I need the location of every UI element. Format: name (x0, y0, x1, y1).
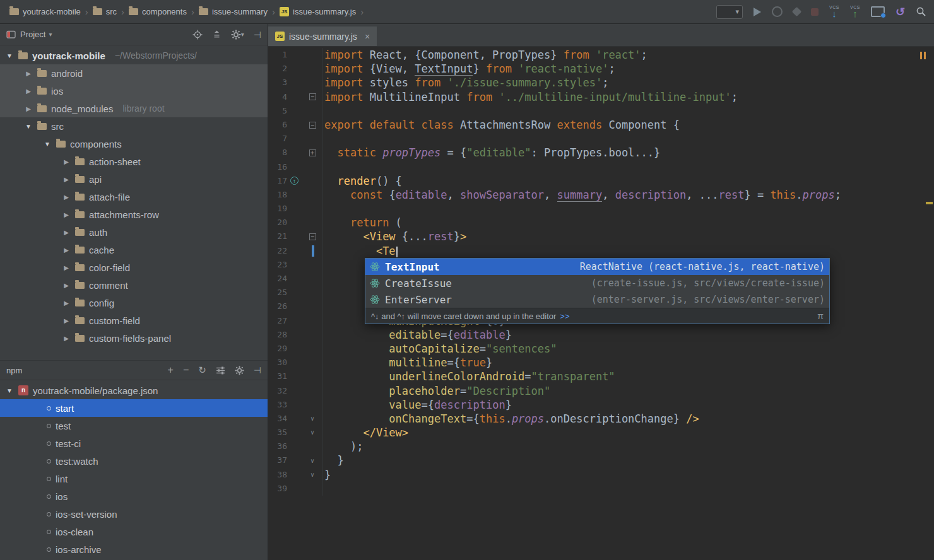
code-text[interactable] (323, 300, 324, 313)
code-text[interactable] (323, 272, 324, 286)
code-text[interactable]: editable={editable} (323, 328, 512, 342)
monitor-icon[interactable] (871, 6, 885, 17)
npm-script-start[interactable]: start (0, 399, 268, 417)
gutter[interactable]: 5 (268, 104, 323, 118)
gutter[interactable]: 18 (268, 188, 323, 202)
code-text[interactable] (323, 202, 324, 216)
editor[interactable]: 1import React, {Component, PropTypes} fr… (268, 47, 934, 560)
code-text[interactable]: import MultilineInput from '../multiline… (323, 90, 738, 104)
code-line-21[interactable]: 21− <View {...rest}> (268, 230, 934, 243)
npm-package-row[interactable]: ▼nyoutrack-mobile/package.json (0, 382, 268, 399)
gutter[interactable]: 7 (268, 132, 323, 146)
chevron-right-icon[interactable]: ▶ (62, 229, 71, 236)
hint-more-link[interactable]: >> (560, 312, 569, 321)
code-line-37[interactable]: 37∨ } (268, 453, 934, 467)
gutter[interactable]: 1 (268, 48, 323, 62)
chevron-right-icon[interactable]: ▶ (62, 317, 71, 324)
code-line-32[interactable]: 32 placeholder="Description" (268, 384, 934, 398)
code-line-28[interactable]: 28 editable={editable} (268, 328, 934, 342)
code-line-4[interactable]: 4−import MultilineInput from '../multili… (268, 90, 934, 104)
code-text[interactable] (323, 482, 324, 496)
code-line-7[interactable]: 7 (268, 132, 934, 146)
code-line-29[interactable]: 29 autoCapitalize="sentences" (268, 342, 934, 356)
gutter[interactable]: 8+ (268, 146, 323, 160)
code-line-16[interactable]: 16 (268, 160, 934, 174)
code-line-39[interactable]: 39 (268, 482, 934, 496)
project-item-components[interactable]: ▼components (0, 135, 268, 153)
gutter[interactable]: 21− (268, 230, 323, 243)
chevron-right-icon[interactable]: ▶ (62, 194, 71, 201)
npm-script-test:watch[interactable]: test:watch (0, 452, 268, 470)
settings-gear-button[interactable]: ▾ (231, 30, 244, 40)
project-item-config[interactable]: ▶config (0, 294, 268, 312)
chevron-right-icon[interactable]: ▶ (62, 300, 71, 306)
code-text[interactable]: ); (323, 440, 363, 453)
code-line-35[interactable]: 35∨ </View> (268, 426, 934, 440)
gutter[interactable]: 36 (268, 440, 323, 453)
code-text[interactable] (323, 286, 324, 300)
npm-settings-gear-button[interactable] (235, 366, 244, 375)
run-button[interactable] (754, 8, 761, 16)
npm-hide-panel-button[interactable]: ⊣ (254, 365, 261, 375)
coverage-button[interactable] (792, 7, 802, 17)
hide-panel-button[interactable]: ⊣ (254, 30, 261, 40)
gutter[interactable]: 22 (268, 244, 323, 258)
gutter[interactable]: 33 (268, 398, 323, 412)
gutter[interactable]: 28 (268, 328, 323, 342)
fold-chevron-icon[interactable]: ∨ (310, 472, 314, 478)
project-item-cache[interactable]: ▶cache (0, 241, 268, 259)
code-line-18[interactable]: 18 const {editable, showSeparator, summa… (268, 188, 934, 202)
code-text[interactable]: autoCapitalize="sentences" (323, 342, 557, 356)
add-script-button[interactable]: + (168, 365, 174, 376)
fold-chevron-icon[interactable]: ∨ (310, 416, 314, 422)
chevron-down-icon[interactable]: ▼ (24, 123, 33, 130)
code-text[interactable]: import {View, TextInput} from 'react-nat… (323, 62, 615, 76)
refresh-scripts-button[interactable]: ↻ (198, 365, 206, 376)
gutter[interactable]: 26 (268, 300, 323, 313)
code-text[interactable] (323, 258, 324, 272)
vcs-update-button[interactable]: VCS ↓ (829, 5, 839, 18)
gutter[interactable]: 24 (268, 272, 323, 286)
code-text[interactable] (323, 160, 324, 174)
gutter[interactable]: 29 (268, 342, 323, 356)
chevron-right-icon[interactable]: ▶ (24, 70, 33, 77)
chevron-right-icon[interactable]: ▶ (62, 211, 71, 218)
code-text[interactable] (323, 132, 324, 146)
rollback-button[interactable]: ↺ (896, 6, 905, 18)
project-item-attach-file[interactable]: ▶attach-file (0, 188, 268, 206)
code-text[interactable]: import React, {Component, PropTypes} fro… (323, 48, 647, 62)
project-item-ios[interactable]: ▶ios (0, 82, 268, 100)
filter-button[interactable] (216, 366, 225, 375)
code-line-19[interactable]: 19 (268, 202, 934, 216)
gutter[interactable]: 4− (268, 90, 323, 104)
gutter[interactable]: 16 (268, 160, 323, 174)
gutter[interactable]: 23 (268, 258, 323, 272)
code-text[interactable]: export default class AttachmentsRow exte… (323, 118, 680, 132)
gutter[interactable]: 3 (268, 76, 323, 90)
project-view-selector[interactable]: Project ▾ (20, 30, 52, 39)
chevron-right-icon[interactable]: ▶ (62, 335, 71, 342)
fold-collapse-icon[interactable]: − (309, 233, 316, 240)
gutter[interactable]: 2 (268, 62, 323, 76)
project-tree[interactable]: ▼youtrack-mobile~/WebstormProjects/▶andr… (0, 45, 268, 360)
project-item-api[interactable]: ▶api (0, 170, 268, 188)
npm-script-ios-archive[interactable]: ios-archive (0, 540, 268, 558)
completion-item-CreateIssue[interactable]: CreateIssue(create-issue.js, src/views/c… (365, 275, 829, 291)
gutter[interactable]: 17↑ (268, 174, 323, 188)
fold-expand-icon[interactable]: + (309, 149, 316, 156)
remove-script-button[interactable]: − (183, 365, 189, 376)
code-text[interactable]: underlineColorAndroid="transparent" (323, 370, 615, 383)
fold-collapse-icon[interactable]: − (309, 122, 316, 129)
chevron-right-icon[interactable]: ▶ (62, 158, 71, 165)
code-text[interactable]: <View {...rest}> (323, 230, 466, 243)
project-item-custom-fields-panel[interactable]: ▶custom-fields-panel (0, 329, 268, 347)
gutter[interactable]: 27 (268, 314, 323, 328)
project-item-color-field[interactable]: ▶color-field (0, 259, 268, 276)
code-line-6[interactable]: 6−export default class AttachmentsRow ex… (268, 118, 934, 132)
vcs-push-button[interactable]: VCS ↑ (850, 5, 860, 18)
chevron-right-icon[interactable]: ▶ (62, 282, 71, 289)
gutter[interactable]: 31 (268, 370, 323, 383)
gutter[interactable]: 39 (268, 482, 323, 496)
collapse-all-button[interactable] (212, 30, 222, 39)
project-item-action-sheet[interactable]: ▶action-sheet (0, 153, 268, 170)
